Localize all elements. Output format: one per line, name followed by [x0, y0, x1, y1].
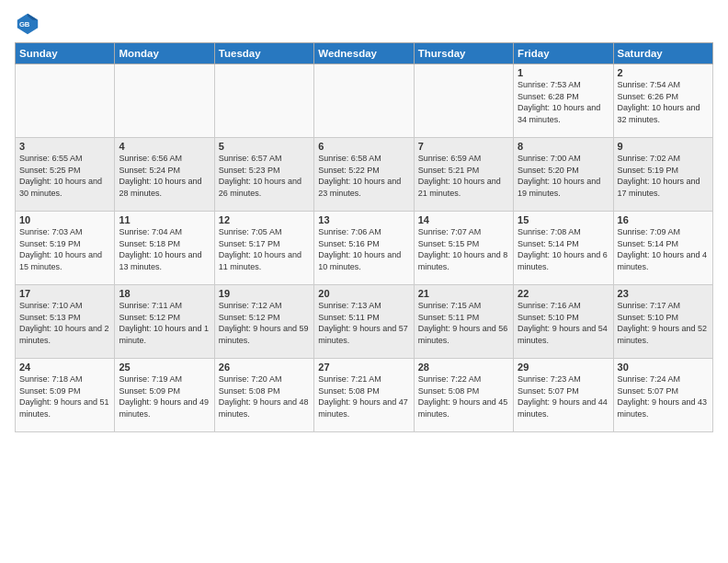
- day-number: 22: [518, 288, 609, 299]
- calendar-cell: 21Sunrise: 7:15 AM Sunset: 5:11 PM Dayli…: [414, 285, 513, 359]
- calendar-cell: 15Sunrise: 7:08 AM Sunset: 5:14 PM Dayli…: [514, 212, 613, 285]
- calendar-cell: [115, 64, 214, 138]
- day-number: 18: [119, 288, 210, 299]
- day-info: Sunrise: 7:08 AM Sunset: 5:14 PM Dayligh…: [518, 226, 609, 272]
- calendar-cell: [214, 64, 313, 138]
- day-info: Sunrise: 7:23 AM Sunset: 5:07 PM Dayligh…: [518, 373, 609, 419]
- calendar-cell: 3Sunrise: 6:55 AM Sunset: 5:25 PM Daylig…: [16, 138, 115, 212]
- calendar-cell: 20Sunrise: 7:13 AM Sunset: 5:11 PM Dayli…: [314, 285, 414, 359]
- logo-icon: GB: [15, 11, 40, 37]
- svg-text:GB: GB: [19, 20, 30, 29]
- day-info: Sunrise: 7:20 AM Sunset: 5:08 PM Dayligh…: [219, 373, 310, 419]
- day-info: Sunrise: 7:18 AM Sunset: 5:09 PM Dayligh…: [19, 373, 110, 419]
- col-header-tuesday: Tuesday: [214, 43, 313, 64]
- day-number: 23: [618, 288, 709, 299]
- day-number: 15: [518, 214, 609, 225]
- day-number: 9: [618, 141, 709, 152]
- week-row-0: 1Sunrise: 7:53 AM Sunset: 6:28 PM Daylig…: [16, 64, 713, 138]
- day-info: Sunrise: 7:07 AM Sunset: 5:15 PM Dayligh…: [418, 226, 509, 272]
- calendar-cell: 26Sunrise: 7:20 AM Sunset: 5:08 PM Dayli…: [214, 359, 313, 432]
- calendar-cell: 2Sunrise: 7:54 AM Sunset: 6:26 PM Daylig…: [613, 64, 712, 138]
- header-row: SundayMondayTuesdayWednesdayThursdayFrid…: [16, 43, 713, 64]
- day-number: 26: [219, 362, 310, 373]
- day-info: Sunrise: 7:17 AM Sunset: 5:10 PM Dayligh…: [618, 300, 709, 346]
- day-info: Sunrise: 7:05 AM Sunset: 5:17 PM Dayligh…: [219, 226, 310, 272]
- day-number: 1: [518, 67, 609, 78]
- calendar-cell: 17Sunrise: 7:10 AM Sunset: 5:13 PM Dayli…: [16, 285, 115, 359]
- calendar-cell: 5Sunrise: 6:57 AM Sunset: 5:23 PM Daylig…: [214, 138, 313, 212]
- calendar-cell: 28Sunrise: 7:22 AM Sunset: 5:08 PM Dayli…: [414, 359, 513, 432]
- day-info: Sunrise: 7:15 AM Sunset: 5:11 PM Dayligh…: [418, 300, 509, 346]
- day-number: 29: [518, 362, 609, 373]
- day-number: 24: [19, 362, 110, 373]
- calendar-cell: 30Sunrise: 7:24 AM Sunset: 5:07 PM Dayli…: [613, 359, 712, 432]
- calendar-table: SundayMondayTuesdayWednesdayThursdayFrid…: [15, 42, 713, 432]
- calendar-cell: 23Sunrise: 7:17 AM Sunset: 5:10 PM Dayli…: [613, 285, 712, 359]
- calendar-cell: 22Sunrise: 7:16 AM Sunset: 5:10 PM Dayli…: [514, 285, 613, 359]
- calendar-cell: 8Sunrise: 7:00 AM Sunset: 5:20 PM Daylig…: [514, 138, 613, 212]
- day-number: 28: [418, 362, 509, 373]
- day-number: 17: [19, 288, 110, 299]
- day-info: Sunrise: 6:55 AM Sunset: 5:25 PM Dayligh…: [19, 153, 110, 199]
- calendar-cell: 18Sunrise: 7:11 AM Sunset: 5:12 PM Dayli…: [115, 285, 214, 359]
- col-header-thursday: Thursday: [414, 43, 513, 64]
- calendar-cell: 11Sunrise: 7:04 AM Sunset: 5:18 PM Dayli…: [115, 212, 214, 285]
- calendar-cell: 25Sunrise: 7:19 AM Sunset: 5:09 PM Dayli…: [115, 359, 214, 432]
- calendar-cell: 14Sunrise: 7:07 AM Sunset: 5:15 PM Dayli…: [414, 212, 513, 285]
- day-info: Sunrise: 7:11 AM Sunset: 5:12 PM Dayligh…: [119, 300, 210, 346]
- day-info: Sunrise: 7:54 AM Sunset: 6:26 PM Dayligh…: [618, 79, 709, 125]
- day-info: Sunrise: 7:21 AM Sunset: 5:08 PM Dayligh…: [318, 373, 409, 419]
- calendar-cell: [314, 64, 414, 138]
- header: GB: [15, 11, 713, 37]
- day-info: Sunrise: 7:06 AM Sunset: 5:16 PM Dayligh…: [318, 226, 409, 272]
- day-info: Sunrise: 7:10 AM Sunset: 5:13 PM Dayligh…: [19, 300, 110, 346]
- day-number: 10: [19, 214, 110, 225]
- day-info: Sunrise: 7:03 AM Sunset: 5:19 PM Dayligh…: [19, 226, 110, 272]
- day-info: Sunrise: 7:22 AM Sunset: 5:08 PM Dayligh…: [418, 373, 509, 419]
- calendar-cell: 7Sunrise: 6:59 AM Sunset: 5:21 PM Daylig…: [414, 138, 513, 212]
- col-header-saturday: Saturday: [613, 43, 712, 64]
- day-info: Sunrise: 7:24 AM Sunset: 5:07 PM Dayligh…: [618, 373, 709, 419]
- logo: GB: [15, 11, 44, 37]
- col-header-friday: Friday: [514, 43, 613, 64]
- week-row-4: 24Sunrise: 7:18 AM Sunset: 5:09 PM Dayli…: [16, 359, 713, 432]
- day-number: 19: [219, 288, 310, 299]
- day-info: Sunrise: 7:12 AM Sunset: 5:12 PM Dayligh…: [219, 300, 310, 346]
- day-info: Sunrise: 6:56 AM Sunset: 5:24 PM Dayligh…: [119, 153, 210, 199]
- calendar-cell: [16, 64, 115, 138]
- day-number: 7: [418, 141, 509, 152]
- day-info: Sunrise: 7:53 AM Sunset: 6:28 PM Dayligh…: [518, 79, 609, 125]
- calendar-cell: 1Sunrise: 7:53 AM Sunset: 6:28 PM Daylig…: [514, 64, 613, 138]
- day-number: 21: [418, 288, 509, 299]
- day-number: 3: [19, 141, 110, 152]
- day-number: 30: [618, 362, 709, 373]
- calendar-cell: 12Sunrise: 7:05 AM Sunset: 5:17 PM Dayli…: [214, 212, 313, 285]
- day-info: Sunrise: 6:57 AM Sunset: 5:23 PM Dayligh…: [219, 153, 310, 199]
- week-row-3: 17Sunrise: 7:10 AM Sunset: 5:13 PM Dayli…: [16, 285, 713, 359]
- calendar-cell: 9Sunrise: 7:02 AM Sunset: 5:19 PM Daylig…: [613, 138, 712, 212]
- calendar-cell: 19Sunrise: 7:12 AM Sunset: 5:12 PM Dayli…: [214, 285, 313, 359]
- day-number: 6: [318, 141, 409, 152]
- day-info: Sunrise: 7:13 AM Sunset: 5:11 PM Dayligh…: [318, 300, 409, 346]
- day-info: Sunrise: 7:19 AM Sunset: 5:09 PM Dayligh…: [119, 373, 210, 419]
- day-number: 12: [219, 214, 310, 225]
- day-info: Sunrise: 6:59 AM Sunset: 5:21 PM Dayligh…: [418, 153, 509, 199]
- day-number: 25: [119, 362, 210, 373]
- calendar-cell: 10Sunrise: 7:03 AM Sunset: 5:19 PM Dayli…: [16, 212, 115, 285]
- day-number: 13: [318, 214, 409, 225]
- calendar-cell: 13Sunrise: 7:06 AM Sunset: 5:16 PM Dayli…: [314, 212, 414, 285]
- week-row-1: 3Sunrise: 6:55 AM Sunset: 5:25 PM Daylig…: [16, 138, 713, 212]
- calendar-cell: 24Sunrise: 7:18 AM Sunset: 5:09 PM Dayli…: [16, 359, 115, 432]
- col-header-monday: Monday: [115, 43, 214, 64]
- day-number: 2: [618, 67, 709, 78]
- calendar-cell: 16Sunrise: 7:09 AM Sunset: 5:14 PM Dayli…: [613, 212, 712, 285]
- day-info: Sunrise: 6:58 AM Sunset: 5:22 PM Dayligh…: [318, 153, 409, 199]
- day-info: Sunrise: 7:02 AM Sunset: 5:19 PM Dayligh…: [618, 153, 709, 199]
- day-number: 16: [618, 214, 709, 225]
- day-number: 4: [119, 141, 210, 152]
- day-number: 20: [318, 288, 409, 299]
- day-number: 14: [418, 214, 509, 225]
- calendar-cell: [414, 64, 513, 138]
- day-number: 27: [318, 362, 409, 373]
- day-number: 8: [518, 141, 609, 152]
